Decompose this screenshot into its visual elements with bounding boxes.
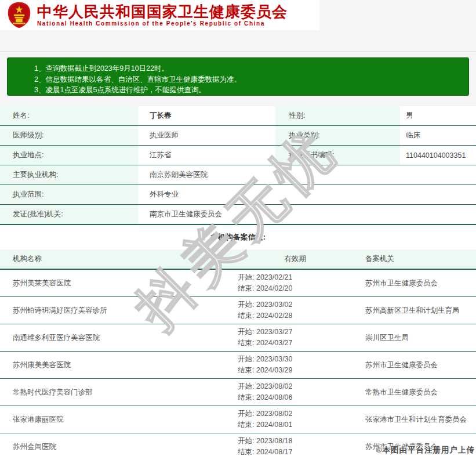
filing-authority: 崇川区卫生局	[353, 324, 476, 351]
valid-period: 开始: 2023/03/27 结束: 2024/03/27	[225, 324, 353, 351]
notice-box: 1、查询数据截止到2023年9月10日22时。 2、信息数据结果以各省、自治区、…	[7, 57, 469, 96]
practice-location-value: 江苏省	[138, 146, 275, 165]
site-title-english: National Health Commission of the People…	[37, 20, 288, 27]
valid-start: 开始: 2023/02/21	[238, 272, 353, 283]
certificate-number-value: 110440104003351	[400, 146, 476, 165]
org-name: 苏州美莱美容医院	[0, 270, 225, 296]
profile-row-main-org: 主要执业机构: 南京苏朗美容医院	[0, 165, 476, 185]
valid-period: 开始: 2023/08/02 结束: 2024/08/01	[225, 406, 353, 433]
practice-category-label: 执业类别:	[275, 126, 400, 145]
profile-row-authority: 发证(批准)机关: 南京市卫生健康委员会	[0, 205, 476, 225]
org-name: 苏州金阊医院	[0, 433, 225, 456]
valid-start: 开始: 2023/08/02	[238, 381, 353, 392]
table-row: 常熟时代医疗美容门诊部 开始: 2023/08/02 结束: 2024/08/0…	[0, 379, 476, 406]
filing-authority: 苏州高新区卫生和计划生育局	[353, 297, 476, 324]
org-name: 张家港康丽医院	[0, 406, 225, 433]
filing-authority: 苏州市卫生健康委员会	[353, 433, 476, 456]
national-emblem-icon[interactable]	[7, 2, 31, 28]
site-titles: 中华人民共和国国家卫生健康委员会 National Health Commiss…	[37, 3, 288, 27]
profile-row-name-gender: 姓名: 丁长春 性别: 男	[0, 106, 476, 126]
valid-end: 结束: 2024/08/06	[238, 392, 353, 403]
column-header-filing-authority: 备案机关	[353, 254, 476, 264]
filing-authority: 常熟市卫生健康委员会	[353, 379, 476, 406]
org-name: 苏州康美美容医院	[0, 352, 225, 378]
valid-start: 开始: 2023/03/30	[238, 354, 353, 365]
site-title-chinese: 中华人民共和国国家卫生健康委员会	[37, 3, 288, 20]
doctor-level-label: 医师级别:	[0, 126, 138, 145]
valid-end: 结束: 2024/08/17	[238, 447, 353, 456]
valid-period: 开始: 2023/03/30 结束: 2024/03/29	[225, 352, 353, 378]
valid-period: 开始: 2023/03/02 结束: 2024/02/28	[225, 297, 353, 324]
valid-start: 开始: 2023/03/02	[238, 299, 353, 310]
valid-end: 结束: 2024/08/01	[238, 419, 353, 430]
page: 中华人民共和国国家卫生健康委员会 National Health Commiss…	[0, 0, 476, 456]
notice-line-3: 3、凌晨1点至凌晨5点系统进行维护，不能提供查询。	[34, 85, 463, 96]
filing-authority: 苏州市卫生健康委员会	[353, 352, 476, 378]
valid-period: 开始: 2023/08/02 结束: 2024/08/06	[225, 379, 353, 406]
valid-period: 开始: 2023/02/21 结束: 2024/02/20	[225, 270, 353, 296]
table-row: 苏州金阊医院 开始: 2023/08/18 结束: 2024/08/17 苏州市…	[0, 433, 476, 456]
table-row: 苏州铂诗玥满好医疗美容诊所 开始: 2023/03/02 结束: 2024/02…	[0, 297, 476, 324]
valid-start: 开始: 2023/03/27	[238, 327, 353, 338]
main-org-label: 主要执业机构:	[0, 165, 138, 184]
doctor-level-value: 执业医师	[138, 126, 275, 145]
top-band: 中华人民共和国国家卫生健康委员会 National Health Commiss…	[0, 0, 476, 106]
profile-grid: 姓名: 丁长春 性别: 男 医师级别: 执业医师 执业类别: 临床 执业地点: …	[0, 106, 476, 225]
practice-category-value: 临床	[400, 126, 476, 145]
valid-start: 开始: 2023/08/18	[238, 436, 353, 447]
multi-org-table: 机构名称 有效期 备案机关 苏州美莱美容医院 开始: 2023/02/21 结束…	[0, 249, 476, 456]
name-label: 姓名:	[0, 106, 138, 125]
gender-value: 男	[400, 106, 476, 125]
notice-line-1: 1、查询数据截止到2023年9月10日22时。	[34, 63, 463, 74]
issuing-authority-label: 发证(批准)机关:	[0, 205, 138, 224]
main-org-value: 南京苏朗美容医院	[138, 165, 476, 184]
valid-end: 结束: 2024/02/28	[238, 310, 353, 321]
filing-authority: 张家港市卫生和计划生育委员会	[353, 406, 476, 433]
issuing-authority-value: 南京市卫生健康委员会	[138, 205, 476, 224]
valid-end: 结束: 2024/02/20	[238, 283, 353, 294]
table-row: 张家港康丽医院 开始: 2023/08/02 结束: 2024/08/01 张家…	[0, 406, 476, 433]
practice-scope-value: 外科专业	[138, 185, 476, 204]
table-row: 南通维多利亚医疗美容医院 开始: 2023/03/27 结束: 2024/03/…	[0, 324, 476, 352]
header-divider	[0, 51, 476, 52]
valid-end: 结束: 2024/03/29	[238, 365, 353, 376]
profile-row-location-cert: 执业地点: 江苏省 执业证书编码: 110440104003351	[0, 146, 476, 165]
org-name: 南通维多利亚医疗美容医院	[0, 324, 225, 351]
valid-end: 结束: 2024/03/27	[238, 338, 353, 349]
valid-period: 开始: 2023/08/18 结束: 2024/08/17	[225, 433, 353, 456]
column-header-valid-period: 有效期	[225, 254, 353, 264]
filing-authority: 苏州市卫生健康委员会	[353, 270, 476, 296]
table-row: 苏州美莱美容医院 开始: 2023/02/21 结束: 2024/02/20 苏…	[0, 270, 476, 297]
valid-start: 开始: 2023/08/02	[238, 408, 353, 419]
gender-label: 性别:	[275, 106, 400, 125]
org-name: 苏州铂诗玥满好医疗美容诊所	[0, 297, 225, 324]
practice-location-label: 执业地点:	[0, 146, 138, 165]
profile-row-level-category: 医师级别: 执业医师 执业类别: 临床	[0, 126, 476, 146]
certificate-number-label: 执业证书编码:	[275, 146, 400, 165]
table-header-row: 机构名称 有效期 备案机关	[0, 249, 476, 270]
table-row: 苏州康美美容医院 开始: 2023/03/30 结束: 2024/03/29 苏…	[0, 352, 476, 379]
profile-row-scope: 执业范围: 外科专业	[0, 185, 476, 205]
column-header-org-name: 机构名称	[0, 254, 225, 264]
name-value: 丁长春	[138, 106, 275, 125]
site-header: 中华人民共和国国家卫生健康委员会 National Health Commiss…	[0, 0, 319, 30]
org-name: 常熟时代医疗美容门诊部	[0, 379, 225, 406]
multi-org-section-title: 多机构备案信息:	[0, 225, 476, 249]
notice-line-2: 2、信息数据结果以各省、自治区、直辖市卫生健康委数据为准。	[34, 74, 463, 85]
practice-scope-label: 执业范围:	[0, 185, 138, 204]
